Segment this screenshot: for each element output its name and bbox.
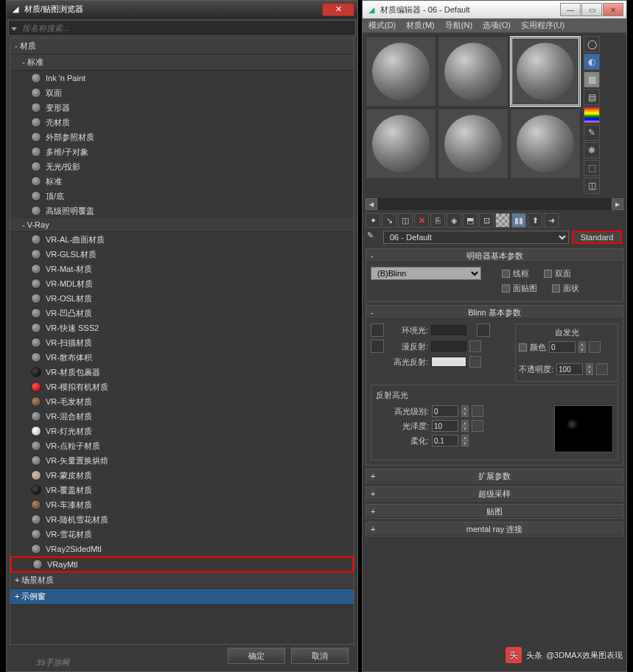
material-item[interactable]: VR-覆盖材质 bbox=[10, 483, 354, 497]
ok-button[interactable]: 确定 bbox=[228, 648, 285, 664]
editor-titlebar[interactable]: ◢ 材质编辑器 - 06 - Default — ▭ ✕ bbox=[363, 1, 626, 18]
assign-to-selection-icon[interactable]: ◫ bbox=[398, 213, 413, 228]
rollout-header[interactable]: 贴图 bbox=[366, 505, 623, 518]
background-icon[interactable]: ▦ bbox=[584, 71, 600, 88]
shader-type-select[interactable]: (B)Blinn bbox=[371, 267, 481, 280]
menu-mode[interactable]: 模式(D) bbox=[368, 20, 396, 31]
material-slot[interactable] bbox=[366, 108, 436, 179]
glossiness-spinner[interactable] bbox=[432, 420, 458, 432]
material-map-navigator-icon[interactable]: ◫ bbox=[584, 178, 600, 194]
group-scene-materials[interactable]: + 场景材质 bbox=[10, 573, 354, 589]
scroll-right-icon[interactable]: ▶ bbox=[612, 198, 623, 210]
close-button[interactable]: ✕ bbox=[603, 3, 623, 16]
self-illum-color-checkbox[interactable] bbox=[519, 343, 527, 351]
diffuse-color-swatch[interactable] bbox=[431, 341, 466, 351]
menu-utilities[interactable]: 实用程序(U) bbox=[521, 20, 564, 31]
material-item[interactable]: VR-矢量置换烘焙 bbox=[10, 453, 354, 468]
select-by-material-icon[interactable]: ⬚ bbox=[584, 160, 600, 176]
material-slot-active[interactable] bbox=[510, 36, 581, 107]
close-button[interactable]: ✕ bbox=[322, 3, 354, 16]
eyedropper-icon[interactable]: ✎ bbox=[367, 231, 380, 244]
material-item[interactable]: 双面 bbox=[10, 85, 354, 100]
maximize-button[interactable]: ▭ bbox=[581, 3, 602, 16]
opacity-spinner[interactable] bbox=[556, 363, 583, 375]
group-materials[interactable]: - 材质 bbox=[10, 38, 354, 55]
material-item[interactable]: VR-蒙皮材质 bbox=[10, 468, 354, 483]
material-name-select[interactable]: 06 - Default bbox=[383, 231, 569, 244]
put-to-scene-icon[interactable]: ↘ bbox=[382, 213, 396, 228]
material-item[interactable]: VR-点粒子材质 bbox=[10, 438, 354, 453]
menu-options[interactable]: 选项(O) bbox=[483, 20, 511, 31]
group-vray[interactable]: - V-Ray bbox=[10, 218, 354, 232]
put-to-library-icon[interactable]: ⬒ bbox=[463, 213, 478, 228]
material-item[interactable]: 高级照明覆盖 bbox=[10, 203, 354, 218]
material-slot[interactable] bbox=[438, 36, 508, 107]
video-color-icon[interactable] bbox=[584, 107, 600, 123]
rollout-header[interactable]: 扩展参数 bbox=[366, 469, 623, 483]
reset-map-icon[interactable]: ✕ bbox=[414, 213, 429, 228]
cancel-button[interactable]: 取消 bbox=[291, 648, 349, 664]
material-slot[interactable] bbox=[510, 108, 581, 179]
rollout-header[interactable]: 明暗器基本参数 bbox=[366, 249, 623, 262]
material-item[interactable]: VR-OSL材质 bbox=[10, 291, 354, 306]
material-slot[interactable] bbox=[438, 108, 508, 179]
sample-type-icon[interactable]: ◯ bbox=[584, 36, 600, 52]
slot-scrollbar[interactable]: ◀ ▶ bbox=[366, 198, 623, 210]
material-item[interactable]: VR-Mat-材质 bbox=[10, 262, 354, 276]
lock-diffuse-icon[interactable] bbox=[371, 340, 384, 353]
specular-level-map-button[interactable] bbox=[472, 405, 483, 417]
make-preview-icon[interactable]: ✎ bbox=[584, 125, 600, 141]
material-type-button[interactable]: Standard bbox=[572, 231, 622, 244]
wireframe-checkbox[interactable] bbox=[502, 270, 510, 278]
material-item[interactable]: VRay2SidedMtl bbox=[10, 542, 354, 556]
sample-uv-icon[interactable]: ▤ bbox=[584, 89, 600, 105]
two-sided-checkbox[interactable] bbox=[544, 270, 552, 278]
material-item[interactable]: Ink 'n Paint bbox=[10, 71, 354, 85]
menu-material[interactable]: 材质(M) bbox=[406, 20, 435, 31]
scroll-left-icon[interactable]: ◀ bbox=[366, 198, 377, 210]
options-icon[interactable]: ❋ bbox=[584, 142, 600, 158]
material-item[interactable]: 变形器 bbox=[10, 100, 354, 115]
rollout-header[interactable]: Blinn 基本参数 bbox=[366, 306, 623, 319]
search-input[interactable] bbox=[19, 22, 355, 34]
specular-color-swatch[interactable] bbox=[431, 357, 466, 367]
material-item[interactable]: VR-GLSL材质 bbox=[10, 247, 354, 262]
show-end-result-icon[interactable]: ▮▮ bbox=[511, 213, 526, 228]
material-item[interactable]: VR-模拟有机材质 bbox=[10, 379, 354, 394]
opacity-map-button[interactable] bbox=[596, 363, 608, 375]
search-dropdown-icon[interactable] bbox=[9, 24, 19, 32]
ambient-color-swatch[interactable] bbox=[431, 325, 466, 335]
material-item[interactable]: VR-散布体积 bbox=[10, 350, 354, 365]
material-item[interactable]: VR-MDL材质 bbox=[10, 276, 354, 291]
rollout-header[interactable]: 超级采样 bbox=[366, 487, 623, 500]
specular-map-button[interactable] bbox=[469, 356, 481, 368]
material-item[interactable]: 顶/底 bbox=[10, 189, 354, 203]
material-item[interactable]: VR-材质包裹器 bbox=[10, 365, 354, 379]
make-unique-icon[interactable]: ◈ bbox=[447, 213, 461, 228]
material-item[interactable]: VR-AL-曲面材质 bbox=[10, 232, 354, 247]
show-map-icon[interactable] bbox=[495, 213, 510, 228]
face-map-checkbox[interactable] bbox=[502, 284, 510, 293]
lock-ambient-icon[interactable] bbox=[371, 323, 384, 337]
faceted-checkbox[interactable] bbox=[552, 284, 560, 293]
rollout-header[interactable]: mental ray 连接 bbox=[366, 522, 623, 536]
material-item[interactable]: 外部参照材质 bbox=[10, 130, 354, 144]
specular-level-spinner[interactable] bbox=[432, 405, 458, 417]
material-item[interactable]: VR-灯光材质 bbox=[10, 424, 354, 438]
material-item[interactable]: 壳材质 bbox=[10, 115, 354, 130]
material-item[interactable]: 多维/子对象 bbox=[10, 144, 354, 159]
self-illum-spinner[interactable] bbox=[549, 341, 576, 353]
get-material-icon[interactable]: ✦ bbox=[366, 213, 380, 228]
material-item[interactable]: VR-随机雪花材质 bbox=[10, 512, 354, 527]
menu-navigate[interactable]: 导航(N) bbox=[445, 20, 472, 31]
material-item[interactable]: VR-快速 SSS2 bbox=[10, 321, 354, 335]
diffuse-map-button[interactable] bbox=[469, 340, 481, 352]
group-sample-window[interactable]: + 示例窗 bbox=[10, 589, 354, 605]
material-id-icon[interactable]: ⊡ bbox=[479, 213, 494, 228]
backlight-icon[interactable]: ◐ bbox=[584, 54, 600, 70]
go-to-parent-icon[interactable]: ⬆ bbox=[528, 213, 542, 228]
make-copy-icon[interactable]: ⎘ bbox=[430, 213, 445, 228]
material-item[interactable]: 无光/投影 bbox=[10, 159, 354, 174]
glossiness-map-button[interactable] bbox=[472, 420, 483, 432]
material-item[interactable]: VR-毛发材质 bbox=[10, 394, 354, 409]
